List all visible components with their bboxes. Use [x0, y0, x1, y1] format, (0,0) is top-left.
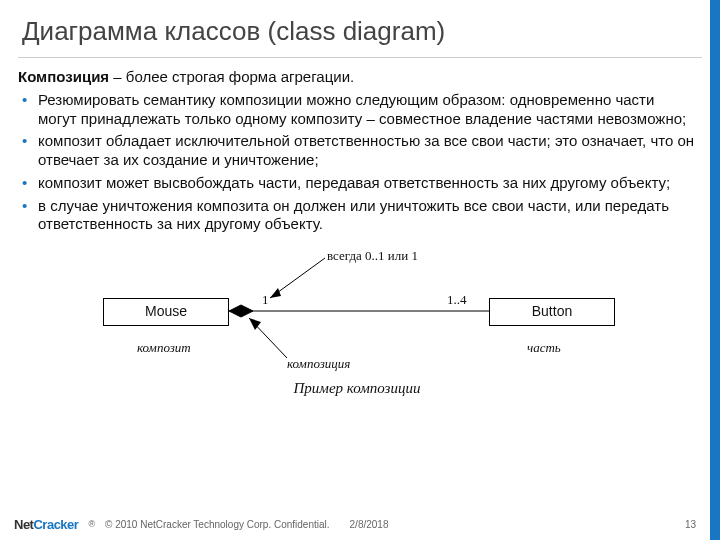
- bullet-item: композит может высвобождать части, перед…: [20, 174, 696, 193]
- slide-title: Диаграмма классов (class diagram): [22, 16, 698, 47]
- lead-text: Композиция – более строгая форма агрегац…: [18, 68, 696, 87]
- svg-marker-1: [229, 305, 253, 317]
- logo: NetCracker: [14, 517, 78, 532]
- header: Диаграмма классов (class diagram): [0, 0, 720, 53]
- label-composition: композиция: [287, 356, 350, 372]
- multiplicity-left: 1: [262, 292, 269, 308]
- label-composite: композит: [137, 340, 191, 356]
- svg-marker-3: [270, 288, 281, 298]
- composition-diagram: Mouse Button всегда 0..1 или 1 1 1..4 ко…: [37, 248, 677, 398]
- registered-mark: ®: [88, 519, 95, 529]
- bullet-item: Резюмировать семантику композиции можно …: [20, 91, 696, 129]
- content: Композиция – более строгая форма агрегац…: [0, 58, 720, 404]
- multiplicity-right: 1..4: [447, 292, 467, 308]
- label-part: часть: [527, 340, 561, 356]
- lead-rest: – более строгая форма агрегации.: [109, 68, 354, 85]
- copyright: © 2010 NetCracker Technology Corp. Confi…: [105, 519, 330, 530]
- lead-bold: Композиция: [18, 68, 109, 85]
- diagram-caption: Пример композиции: [37, 379, 677, 398]
- bullet-item: композит обладает исключительной ответст…: [20, 132, 696, 170]
- slide: Диаграмма классов (class diagram) Композ…: [0, 0, 720, 540]
- footer-date: 2/8/2018: [350, 519, 389, 530]
- class-box-button: Button: [489, 298, 615, 326]
- bullet-list: Резюмировать семантику композиции можно …: [18, 91, 696, 234]
- annotation-top: всегда 0..1 или 1: [327, 248, 418, 264]
- side-strip: [710, 0, 720, 540]
- footer: NetCracker ® © 2010 NetCracker Technolog…: [0, 508, 720, 540]
- logo-net: Net: [14, 517, 33, 532]
- logo-cracker: Cracker: [33, 517, 78, 532]
- bullet-item: в случае уничтожения композита он должен…: [20, 197, 696, 235]
- page-number: 13: [685, 519, 706, 530]
- class-box-mouse: Mouse: [103, 298, 229, 326]
